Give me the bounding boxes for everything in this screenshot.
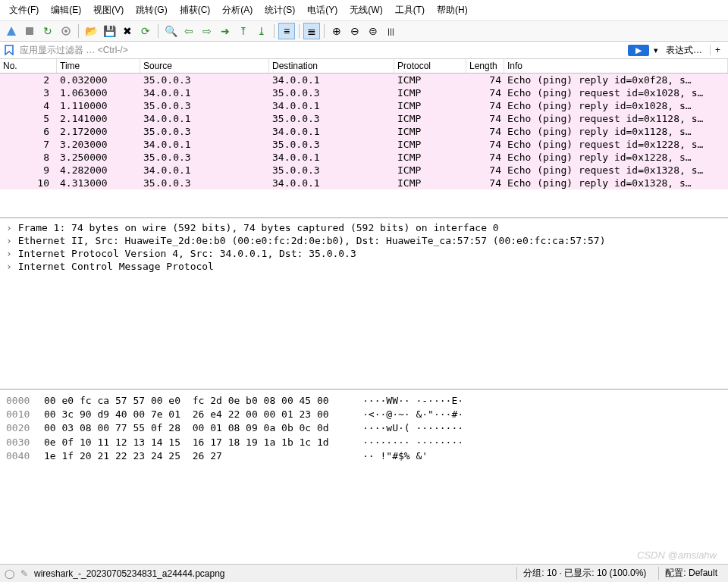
stop-capture-icon[interactable] (21, 23, 38, 39)
hex-row[interactable]: 002000 03 08 00 77 55 0f 28 00 01 08 09 … (6, 421, 722, 435)
packet-row[interactable]: 104.31300035.0.0.334.0.0.1ICMP74Echo (pi… (0, 177, 728, 189)
autoscroll-icon[interactable]: ≡ (278, 23, 295, 39)
packet-row[interactable]: 20.03200035.0.0.334.0.0.1ICMP74Echo (pin… (0, 74, 728, 86)
col-length[interactable]: Length (466, 59, 504, 73)
go-forward-icon[interactable]: ⇨ (199, 23, 215, 39)
start-capture-icon[interactable] (3, 23, 20, 39)
zoom-reset-icon[interactable]: ⊜ (365, 23, 381, 39)
filter-dropdown-icon[interactable]: ▾ (654, 45, 658, 55)
detail-icmp[interactable]: Internet Control Message Protocol (6, 260, 722, 273)
display-filter-input[interactable] (18, 43, 625, 57)
menu-view[interactable]: 视图(V) (87, 2, 130, 19)
detail-frame[interactable]: Frame 1: 74 bytes on wire (592 bits), 74… (6, 221, 722, 234)
detail-ethernet[interactable]: Ethernet II, Src: HuaweiTe_2d:0e:b0 (00:… (6, 234, 722, 247)
menu-help[interactable]: 帮助(H) (431, 2, 474, 19)
status-indicator-icon: ◯ (5, 568, 14, 579)
packet-row[interactable]: 52.14100034.0.0.135.0.0.3ICMP74Echo (pin… (0, 112, 728, 125)
col-no[interactable]: No. (0, 59, 57, 73)
menu-go[interactable]: 跳转(G) (130, 2, 173, 19)
find-packet-icon[interactable]: 🔍 (162, 23, 179, 39)
main-toolbar: ↻ 📂 💾 ✖ ⟳ 🔍 ⇦ ⇨ ➜ ⤒ ⤓ ≡ ≣ ⊕ ⊖ ⊜ ⫼ (0, 21, 728, 42)
packet-row[interactable]: 73.20300034.0.0.135.0.0.3ICMP74Echo (pin… (0, 138, 728, 151)
menu-edit[interactable]: 编辑(E) (45, 2, 87, 19)
menu-tools[interactable]: 工具(T) (389, 2, 431, 19)
col-protocol[interactable]: Protocol (394, 59, 466, 73)
resize-columns-icon[interactable]: ⫼ (383, 23, 400, 39)
packet-list-header: No. Time Source Destination Protocol Len… (0, 59, 728, 74)
close-file-icon[interactable]: ✖ (119, 23, 136, 39)
col-source[interactable]: Source (140, 59, 269, 73)
col-destination[interactable]: Destination (269, 59, 394, 73)
status-packets: 分组: 10 · 已显示: 10 (100.0%) (516, 567, 652, 580)
save-file-icon[interactable]: 💾 (101, 23, 118, 39)
hex-row[interactable]: 000000 e0 fc ca 57 57 00 e0 fc 2d 0e b0 … (6, 394, 722, 408)
hex-row[interactable]: 00401e 1f 20 21 22 23 24 25 26 27·· !"#$… (6, 449, 722, 463)
packet-row[interactable]: 83.25000035.0.0.334.0.0.1ICMP74Echo (pin… (0, 151, 728, 164)
packet-row[interactable]: 41.11000035.0.0.334.0.0.1ICMP74Echo (pin… (0, 99, 728, 112)
zoom-out-icon[interactable]: ⊖ (347, 23, 363, 39)
hex-row[interactable]: 001000 3c 90 d9 40 00 7e 01 26 e4 22 00 … (6, 408, 722, 421)
packet-row[interactable]: 31.06300034.0.0.135.0.0.3ICMP74Echo (pin… (0, 86, 728, 99)
zoom-in-icon[interactable]: ⊕ (328, 23, 345, 39)
menu-bar: 文件(F) 编辑(E) 视图(V) 跳转(G) 捕获(C) 分析(A) 统计(S… (0, 0, 728, 21)
menu-wireless[interactable]: 无线(W) (344, 2, 388, 19)
status-profile[interactable]: 配置: Default (658, 567, 723, 580)
status-file: wireshark_-_20230705234831_a24444.pcapng (34, 568, 510, 579)
menu-capture[interactable]: 捕获(C) (174, 2, 217, 19)
restart-capture-icon[interactable]: ↻ (39, 23, 56, 39)
menu-analyze[interactable]: 分析(A) (216, 2, 259, 19)
col-info[interactable]: Info (504, 59, 728, 73)
col-time[interactable]: Time (57, 59, 140, 73)
packet-row[interactable]: 94.28200034.0.0.135.0.0.3ICMP74Echo (pin… (0, 164, 728, 177)
add-filter-button[interactable]: + (710, 45, 725, 55)
apply-filter-button[interactable]: ▶ (628, 45, 649, 56)
expert-info-icon[interactable]: ✎ (20, 568, 28, 579)
go-last-icon[interactable]: ⤓ (253, 23, 270, 39)
menu-telephony[interactable]: 电话(Y) (301, 2, 344, 19)
open-file-icon[interactable]: 📂 (83, 23, 99, 39)
menu-statistics[interactable]: 统计(S) (259, 2, 301, 19)
go-first-icon[interactable]: ⤒ (235, 23, 252, 39)
filter-bar: ▶ ▾ 表达式… + (0, 42, 728, 59)
go-back-icon[interactable]: ⇦ (180, 23, 197, 39)
expression-button[interactable]: 表达式… (661, 44, 707, 57)
detail-ip[interactable]: Internet Protocol Version 4, Src: 34.0.0… (6, 247, 722, 260)
packet-row[interactable]: 62.17200035.0.0.334.0.0.1ICMP74Echo (pin… (0, 125, 728, 138)
packet-bytes-pane[interactable]: 000000 e0 fc ca 57 57 00 e0 fc 2d 0e b0 … (0, 390, 728, 564)
reload-file-icon[interactable]: ⟳ (137, 23, 154, 39)
go-to-packet-icon[interactable]: ➜ (217, 23, 234, 39)
colorize-icon[interactable]: ≣ (303, 23, 320, 39)
svg-rect-0 (26, 27, 33, 35)
menu-file[interactable]: 文件(F) (3, 2, 45, 19)
svg-point-2 (64, 30, 67, 33)
bookmark-filter-icon[interactable] (3, 44, 15, 56)
packet-details-pane[interactable]: Frame 1: 74 bytes on wire (592 bits), 74… (0, 218, 728, 390)
status-bar: ◯ ✎ wireshark_-_20230705234831_a24444.pc… (0, 564, 728, 582)
packet-list-pane[interactable]: No. Time Source Destination Protocol Len… (0, 59, 728, 218)
hex-row[interactable]: 00300e 0f 10 11 12 13 14 15 16 17 18 19 … (6, 436, 722, 449)
capture-options-icon[interactable] (58, 23, 74, 39)
